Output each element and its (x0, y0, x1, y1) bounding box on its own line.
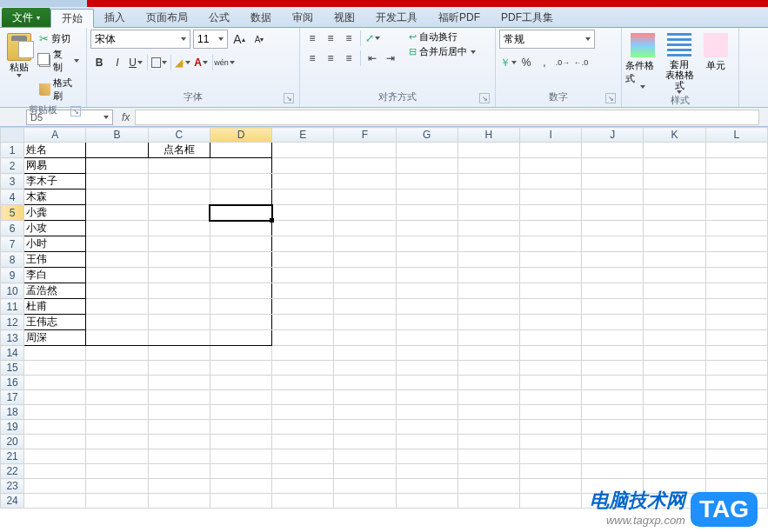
cell-F7[interactable] (334, 236, 396, 252)
cell-F5[interactable] (334, 205, 396, 221)
fill-color-button[interactable]: ◢ (174, 54, 191, 71)
cell-I17[interactable] (519, 390, 581, 405)
cell-K19[interactable] (644, 420, 705, 435)
cell-I24[interactable] (519, 494, 581, 509)
row-header-14[interactable]: 14 (1, 346, 24, 361)
cell-H15[interactable] (457, 361, 519, 376)
row-header-16[interactable]: 16 (1, 376, 24, 390)
cell-J20[interactable] (582, 435, 644, 449)
cell-D11[interactable] (210, 299, 271, 315)
phonetic-button[interactable]: wén (216, 54, 233, 71)
cell-F1[interactable] (334, 143, 396, 158)
cell-H16[interactable] (457, 376, 519, 390)
cell-H17[interactable] (457, 390, 519, 405)
dialog-launcher-icon[interactable]: ↘ (284, 93, 294, 103)
cell-E9[interactable] (272, 268, 334, 283)
cell-I10[interactable] (519, 283, 581, 299)
cell-A23[interactable] (24, 479, 86, 494)
cell-H9[interactable] (457, 268, 519, 283)
cell-E14[interactable] (272, 346, 334, 361)
cell-H8[interactable] (457, 252, 519, 268)
cell-H1[interactable] (457, 143, 519, 158)
row-header-7[interactable]: 7 (1, 236, 24, 252)
cell-F21[interactable] (334, 449, 396, 464)
cell-A11[interactable]: 杜甫 (24, 299, 86, 315)
cell-I14[interactable] (519, 346, 581, 361)
cell-I5[interactable] (519, 205, 581, 221)
row-header-4[interactable]: 4 (1, 190, 24, 205)
cell-L9[interactable] (705, 268, 767, 283)
cell-E12[interactable] (272, 315, 334, 330)
cell-B17[interactable] (86, 390, 148, 405)
grow-font-button[interactable]: A▴ (230, 30, 248, 48)
cell-A6[interactable]: 小攻 (24, 221, 86, 236)
spreadsheet[interactable]: ABCDEFGHIJKL1姓名点名框2网易3李木子4木森5小龚6小攻7小时8王伟… (0, 127, 768, 509)
shrink-font-button[interactable]: A▾ (250, 30, 268, 48)
cell-B24[interactable] (86, 494, 148, 509)
cell-D21[interactable] (210, 449, 271, 464)
cell-J14[interactable] (582, 346, 644, 361)
tab-formulas[interactable]: 公式 (198, 8, 240, 27)
cell-F2[interactable] (334, 158, 396, 174)
cell-K5[interactable] (644, 205, 705, 221)
cell-K12[interactable] (644, 315, 705, 330)
cell-J9[interactable] (582, 268, 644, 283)
column-header-J[interactable]: J (582, 128, 644, 143)
cut-button[interactable]: ✂剪切 (36, 31, 83, 46)
cell-B20[interactable] (86, 435, 148, 449)
row-header-10[interactable]: 10 (1, 283, 24, 299)
cell-H6[interactable] (457, 221, 519, 236)
align-center-button[interactable]: ≡ (322, 50, 339, 67)
cell-A1[interactable]: 姓名 (24, 143, 86, 158)
cell-G18[interactable] (396, 405, 457, 420)
cell-E20[interactable] (272, 435, 334, 449)
cell-D22[interactable] (210, 464, 271, 479)
cell-L12[interactable] (705, 315, 767, 330)
format-as-table-button[interactable]: 套用 表格格式 (662, 30, 697, 94)
cell-B8[interactable] (86, 252, 148, 268)
cell-C18[interactable] (148, 405, 210, 420)
cell-I11[interactable] (519, 299, 581, 315)
cell-C14[interactable] (148, 346, 210, 361)
cell-G16[interactable] (396, 376, 457, 390)
cell-D23[interactable] (210, 479, 271, 494)
align-right-button[interactable]: ≡ (340, 50, 357, 67)
cell-D6[interactable] (210, 221, 271, 236)
merge-center-button[interactable]: ⊟合并后居中 (406, 44, 478, 59)
cell-D8[interactable] (210, 252, 271, 268)
cell-L6[interactable] (705, 221, 767, 236)
cell-B9[interactable] (86, 268, 148, 283)
cell-J4[interactable] (582, 190, 644, 205)
row-header-3[interactable]: 3 (1, 174, 24, 190)
cell-L20[interactable] (705, 435, 767, 449)
bold-button[interactable]: B (90, 54, 108, 71)
cell-A5[interactable]: 小龚 (24, 205, 86, 221)
row-header-6[interactable]: 6 (1, 221, 24, 236)
cell-C5[interactable] (148, 205, 210, 221)
cell-G12[interactable] (396, 315, 457, 330)
cell-C13[interactable] (148, 330, 210, 346)
cell-D4[interactable] (210, 190, 271, 205)
cell-J1[interactable] (582, 143, 644, 158)
cell-J21[interactable] (582, 449, 644, 464)
cell-K11[interactable] (644, 299, 705, 315)
cell-D14[interactable] (210, 346, 271, 361)
cell-D16[interactable] (210, 376, 271, 390)
cell-E24[interactable] (272, 494, 334, 509)
cell-I8[interactable] (519, 252, 581, 268)
cell-C6[interactable] (148, 221, 210, 236)
cell-G22[interactable] (396, 464, 457, 479)
cell-L17[interactable] (705, 390, 767, 405)
cell-J11[interactable] (582, 299, 644, 315)
row-header-8[interactable]: 8 (1, 252, 24, 268)
cell-H5[interactable] (457, 205, 519, 221)
column-header-E[interactable]: E (272, 128, 334, 143)
orientation-button[interactable]: ⤢ (364, 30, 381, 47)
cell-A22[interactable] (24, 464, 86, 479)
cell-J18[interactable] (582, 405, 644, 420)
cell-E23[interactable] (272, 479, 334, 494)
row-header-5[interactable]: 5 (1, 205, 24, 221)
cell-C24[interactable] (148, 494, 210, 509)
cell-I12[interactable] (519, 315, 581, 330)
cell-E4[interactable] (272, 190, 334, 205)
